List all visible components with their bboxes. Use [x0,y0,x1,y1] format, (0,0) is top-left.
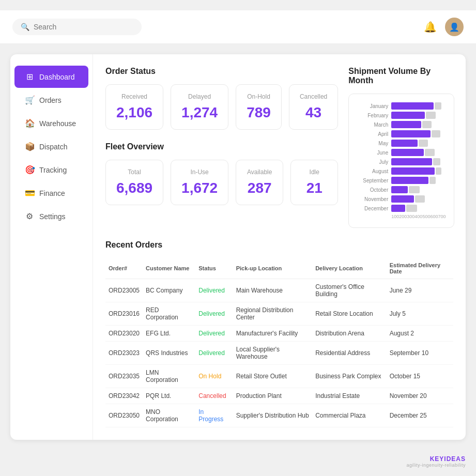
table-row: ORD23050MNO CorporationIn ProgressSuppli… [105,404,453,427]
sidebar-item-dispatch[interactable]: 📦 Dispatch [14,135,88,158]
order-status-cards: Received 2,106 Delayed 1,274 On-Hold 789 [105,84,338,130]
order-number: ORD23023 [105,342,143,365]
orders-tbody: ORD23005BC CompanyDeliveredMain Warehous… [105,279,453,427]
bar-fill-gray [415,195,425,203]
bar-track [391,186,446,193]
table-row: ORD23035LMN CorporationOn HoldRetail Sto… [105,365,453,388]
pickup-location: Retail Store Outlet [233,365,312,388]
search-box[interactable]: 🔍 [12,19,142,35]
orders-icon: 🛒 [25,95,34,105]
bar-month-label: September [357,178,388,183]
shipment-chart-section: Shipment Volume By Month JanuaryFebruary… [348,67,454,228]
sidebar-item-warehouse[interactable]: 🏠 Warehouse [14,112,88,134]
stat-value-delayed: 1,274 [181,104,218,121]
stat-label-delayed: Delayed [181,93,218,100]
delivery-date: September 10 [387,342,453,365]
tracking-icon: 🎯 [25,165,34,175]
bar-track [391,177,446,184]
sidebar-item-tracking[interactable]: 🎯 Tracking [14,159,88,181]
status: Delivered [195,326,233,342]
sidebar-item-finance[interactable]: 💳 Finance [14,182,88,204]
recent-orders-section: Recent Orders Order# Customer Name Statu… [105,240,453,427]
table-row: ORD23020EFG Ltd.DeliveredManufacturer's … [105,326,453,342]
bar-fill-purple [391,205,405,212]
notification-bell-icon[interactable]: 🔔 [424,21,437,33]
bar-fill-purple [391,112,425,119]
stat-label-onhold: On-Hold [247,93,271,100]
delivery-date: October 15 [387,365,453,388]
customer-name: MNO Corporation [143,404,195,427]
pickup-location: Main Warehouse [233,279,312,302]
sidebar-item-settings[interactable]: ⚙ Settings [14,205,88,227]
bar-track [391,140,446,147]
sidebar-item-orders[interactable]: 🛒 Orders [14,89,88,111]
col-customer: Customer Name [143,258,195,279]
customer-name: BC Company [143,279,195,302]
search-icon: 🔍 [21,23,29,31]
delivery-date: November 20 [387,388,453,404]
order-number: ORD23050 [105,404,143,427]
stat-value-idle: 21 [301,180,327,196]
status: Cancelled [195,388,233,404]
recent-orders-title: Recent Orders [105,240,453,250]
bar-track [391,205,446,212]
bar-month-label: February [357,113,388,118]
warehouse-icon: 🏠 [25,118,34,128]
delivery-location: Residential Address [312,342,387,365]
bar-fill-purple [391,149,424,156]
brand-tagline: agility-ingenuity-reliability [10,463,466,468]
stat-card-onhold: On-Hold 789 [236,84,282,130]
stat-value-total: 6,689 [116,180,152,196]
fleet-title: Fleet Overview [105,142,338,151]
bar-track [391,149,446,156]
pickup-location: Manufacturer's Facility [233,326,312,342]
bar-fill-gray [432,130,440,137]
bar-row: June [357,149,446,156]
order-status-title: Order Status [105,67,338,76]
bar-fill-gray [436,167,441,175]
bar-fill-gray [422,121,432,128]
stat-card-available: Available 287 [236,160,283,205]
bar-track [391,102,446,110]
bar-row: August [357,167,446,175]
pickup-location: Regional Distribution Center [233,302,312,326]
stat-card-inuse: In-Use 1,672 [171,160,228,205]
order-number: ORD23042 [105,388,143,404]
sidebar-item-label: Warehouse [39,119,76,128]
sidebar-item-label: Tracking [39,166,67,174]
stat-card-delayed: Delayed 1,274 [171,84,228,130]
stat-card-cancelled: Cancelled 43 [289,84,338,130]
search-input[interactable] [34,23,133,31]
stat-label-available: Available [247,168,272,176]
bar-track [391,112,446,119]
delivery-date: June 29 [387,279,453,302]
delivery-date: August 2 [387,326,453,342]
bar-chart-container: JanuaryFebruaryMarchAprilMayJuneJulyAugu… [348,94,454,228]
bar-fill-purple [391,195,414,203]
footer-brand: KEYIDEAS agility-ingenuity-reliability [0,450,476,473]
bar-track [391,130,446,137]
sidebar-item-label: Dashboard [39,73,75,81]
bar-fill-purple [391,167,435,175]
status: Delivered [195,302,233,326]
sidebar-item-dashboard[interactable]: ⊞ Dashboard [14,66,88,88]
order-number: ORD23035 [105,365,143,388]
delivery-location: Retail Store Location [312,302,387,326]
delivery-location: Commercial Plaza [312,404,387,427]
bar-fill-gray [435,102,441,110]
bar-fill-purple [391,177,428,184]
dispatch-icon: 📦 [25,142,34,151]
status: On Hold [195,365,233,388]
stat-label-inuse: In-Use [181,168,218,176]
sidebar-item-label: Finance [39,189,65,197]
app-container: 🔍 🔔 👤 ⊞ Dashboard 🛒 Orders 🏠 Warehouse [0,10,476,476]
finance-icon: 💳 [25,188,34,198]
bar-fill-purple [391,130,431,137]
bar-fill-purple [391,186,408,193]
pickup-location: Local Supplier's Warehouse [233,342,312,365]
bar-month-label: November [357,196,388,202]
fleet-overview-section: Fleet Overview Total 6,689 In-Use 1,672 [105,142,338,205]
col-status: Status [195,258,233,279]
avatar[interactable]: 👤 [445,18,464,36]
delivery-date: December 25 [387,404,453,427]
